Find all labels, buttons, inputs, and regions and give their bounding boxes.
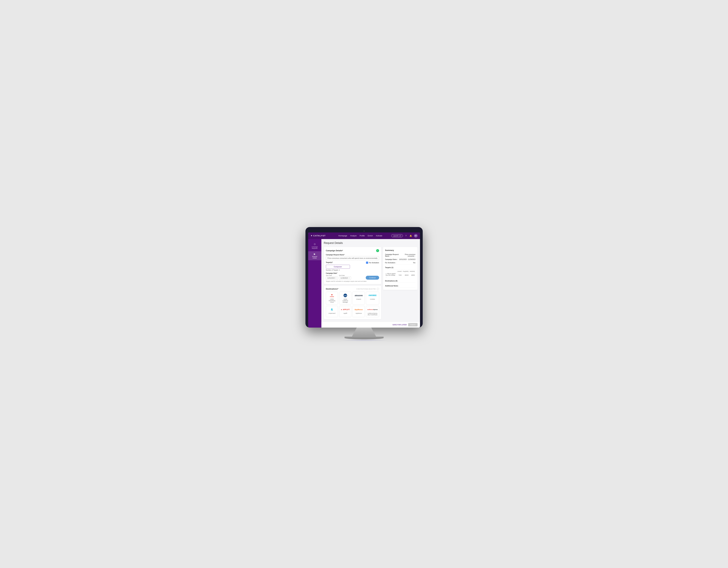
destinations-card: Destinations* 0 DESTINATION(S) SELECTED …	[324, 285, 381, 319]
target-hh: 18655	[409, 273, 415, 278]
for-activation-checkbox[interactable]: ✓	[366, 262, 368, 264]
applift-logo: ► APPLIFT	[341, 307, 350, 311]
svg-text:AAM: AAM	[344, 295, 347, 296]
amobee-name: Amobee	[370, 298, 375, 300]
save-for-later-button[interactable]: SAVE FOR LATER	[392, 324, 407, 325]
body-layout: ⊙ CampaignRequests ▶ RequestDetails	[308, 239, 420, 327]
navbar-logo[interactable]: ✦ CATALYST	[311, 234, 326, 237]
request-name-label: Campaign Request Name*	[326, 254, 379, 256]
nav-homepage[interactable]: Homepage	[338, 234, 347, 238]
target-pop: 36323	[402, 273, 409, 278]
targets-table: Unwtd Pop(000) HH(000)	[385, 270, 415, 278]
adobe-ac-name: Adobe Advertising Cloud	[327, 298, 337, 303]
request-name-input[interactable]	[326, 256, 379, 260]
campaign-details-header: Campaign Details* ✓	[326, 249, 379, 252]
summary-title: Summary	[385, 249, 415, 252]
start-date-label: Start Date	[326, 275, 338, 276]
target-unwtd: 7232	[397, 273, 402, 278]
col-pop: Pop(000)	[402, 270, 409, 273]
sidebar-item-request-details[interactable]: ▶ RequestDetails	[308, 251, 321, 260]
composer-button[interactable]: Composer	[326, 265, 350, 269]
continue-button[interactable]: Continue	[366, 276, 379, 280]
appnexus-logo: AppNexus	[355, 307, 363, 311]
summary-request-name-row: Campaign Request Name : Price-conscious …	[385, 253, 415, 258]
col-hh: HH(000)	[409, 270, 415, 273]
sidebar: ⊙ CampaignRequests ▶ RequestDetails	[308, 239, 321, 327]
end-date-arrow: ▼	[349, 278, 350, 279]
col-name	[385, 270, 397, 273]
navbar: ✦ CATALYST Homepage Analyze Profile Enri…	[308, 233, 420, 239]
summary-dates-row: Campaign Dates : 10/31/2023 · 11/29/2023	[385, 258, 415, 261]
aam-name: Adobe Audience Manager	[340, 298, 350, 303]
summary-dates-value: 10/31/2023 · 11/29/2023	[399, 259, 415, 260]
sidebar-item-campaign-requests[interactable]: ⊙ CampaignRequests	[308, 241, 321, 251]
dest-adobe-ac[interactable]: ■ Adobe Adobe Advertising Cloud	[326, 292, 338, 304]
summary-dates-label: Campaign Dates :	[385, 259, 398, 260]
dest-amazon[interactable]: amazon Amazon	[353, 292, 365, 304]
campaign-requests-icon: ⊙	[314, 243, 316, 246]
summary-targets-label: Targets (1)	[385, 266, 415, 270]
avatar[interactable]: EP	[414, 234, 418, 238]
summary-destinations-section: Destinations (0)	[385, 279, 415, 283]
nav-enrich[interactable]: Enrich	[368, 234, 373, 238]
start-date-group: Start Date 11/01/2023 ▼	[326, 275, 338, 280]
logo-text: CATALYST	[313, 235, 326, 237]
dest-ampersand[interactable]: & Ampersand	[326, 306, 338, 317]
dest-audiencexpress[interactable]: audienceXpress AudienceXpress (fka FreeW…	[366, 306, 379, 317]
table-row: 1. Plan to spend less this holiday ... 7…	[385, 273, 415, 278]
applift-name: Applift	[343, 312, 347, 314]
dest-aam[interactable]: AAM Adobe Audience Manager	[339, 292, 351, 304]
end-date-label: End Date	[339, 275, 351, 276]
summary-destinations-label: Destinations (0)	[385, 279, 415, 283]
submit-button[interactable]: Submit	[408, 323, 417, 326]
notification-icon[interactable]: 🔔	[409, 234, 412, 238]
summary-notes-section: Additional Notes	[385, 284, 415, 288]
nav-profile[interactable]: Profile	[360, 234, 365, 238]
dest-applift[interactable]: ► APPLIFT Applift	[339, 306, 351, 317]
targets-label: Target(s)*	[326, 262, 333, 263]
left-column: Campaign Details* ✓ Campaign Request Nam…	[324, 247, 381, 319]
for-activation-label: For Activation	[369, 262, 379, 264]
for-activation-toggle[interactable]: ✓ For Activation	[366, 262, 379, 264]
sidebar-item-label-campaigns: CampaignRequests	[312, 246, 318, 249]
summary-activation-label: For Activation :	[385, 262, 396, 264]
content-columns: Campaign Details* ✓ Campaign Request Nam…	[324, 247, 418, 319]
dest-appnexus[interactable]: AppNexus AppNexus	[353, 306, 365, 317]
amazon-logo: amazon	[355, 293, 363, 297]
campaign-details-card: Campaign Details* ✓ Campaign Request Nam…	[324, 247, 381, 284]
page-title: Request Details	[324, 242, 418, 245]
right-column: Summary Campaign Request Name : Price-co…	[383, 247, 418, 290]
targets-row: Target(s)* ✓ For Activation	[326, 262, 379, 264]
destinations-status: 0 DESTINATION(S) SELECTED ✓	[356, 288, 379, 290]
num-targets: Number of Targets: 1	[326, 269, 379, 271]
start-date-input[interactable]: 11/01/2023 ▼	[326, 277, 338, 280]
start-date-value: 11/01/2023	[327, 277, 335, 279]
summary-request-name-value: Price-conscious consumer...	[400, 254, 415, 257]
summary-activation-value: Yes	[413, 262, 415, 264]
end-date-group: End Date 11/30/2023 ▼	[339, 275, 351, 280]
aam-logo: AAM	[343, 293, 347, 297]
col-unwtd: Unwtd	[397, 270, 402, 273]
audiencexpress-logo: audienceXpress	[367, 307, 378, 311]
amobee-logo-text: AMOBEE	[368, 294, 377, 296]
date-note: Targets used for activation in campaigns…	[326, 281, 379, 282]
request-details-icon: ▶	[314, 253, 316, 255]
end-date-value: 11/30/2023	[340, 277, 348, 279]
nav-activate[interactable]: Activate	[376, 234, 382, 238]
nav-analyze[interactable]: Analyze	[350, 234, 357, 238]
end-date-input[interactable]: 11/30/2023 ▼	[339, 277, 351, 280]
dest-check-icon: ✓	[377, 288, 379, 290]
summary-activation-row: For Activation : Yes	[385, 261, 415, 265]
amobee-logo: AMOBEE	[368, 293, 377, 297]
sidebar-item-label-details: RequestDetails	[312, 256, 317, 259]
navbar-actions: Launch 1.0 ? 🔔 EP	[391, 234, 417, 238]
summary-card: Summary Campaign Request Name : Price-co…	[383, 247, 418, 290]
dest-amobee[interactable]: AMOBEE Amobee	[366, 292, 379, 304]
audiencexpress-name: AudienceXpress (fka FreeWheel)	[367, 312, 378, 315]
start-date-arrow: ▼	[335, 278, 337, 279]
destinations-title: Destinations*	[326, 288, 338, 290]
help-icon[interactable]: ?	[404, 234, 408, 238]
adobe-ac-logo: ■ Adobe	[330, 293, 334, 297]
launch-button[interactable]: Launch 1.0	[391, 234, 403, 237]
summary-targets-section: Targets (1) Unwtd Pop(000)	[385, 266, 415, 278]
